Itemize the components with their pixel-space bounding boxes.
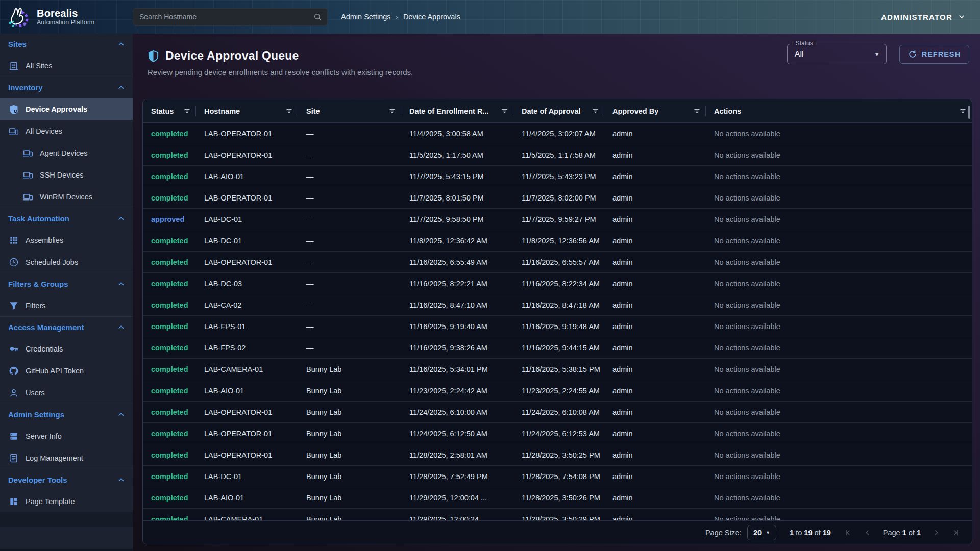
table-row[interactable]: completedLAB-DC-01—11/8/2025, 12:36:42 A… xyxy=(143,230,972,252)
sidebar-section-header[interactable]: Admin Settings xyxy=(0,404,133,425)
table-row[interactable]: completedLAB-OPERATOR-01—11/5/2025, 1:17… xyxy=(143,144,972,166)
column-header-approved-by[interactable]: Approved By xyxy=(604,99,706,122)
column-header-site[interactable]: Site xyxy=(298,99,401,122)
breadcrumb-device-approvals[interactable]: Device Approvals xyxy=(403,13,460,21)
chevron-up-icon[interactable] xyxy=(117,323,126,332)
layout-icon xyxy=(9,496,19,507)
sidebar-item-all-devices[interactable]: All Devices xyxy=(0,120,133,142)
table-row[interactable]: completedLAB-AIO-01Bunny Lab11/29/2025, … xyxy=(143,487,972,509)
table-row[interactable]: completedLAB-OPERATOR-01Bunny Lab11/28/2… xyxy=(143,444,972,466)
column-filter-icon[interactable] xyxy=(384,107,396,115)
column-header-date-of-enrollment-r-[interactable]: Date of Enrollment R... xyxy=(401,99,513,122)
column-header-status[interactable]: Status xyxy=(143,99,196,122)
sidebar-section-header[interactable]: Sites xyxy=(0,34,133,55)
cell-status: completed xyxy=(143,294,196,315)
cell-actions: No actions available xyxy=(706,380,972,401)
column-header-actions[interactable]: Actions xyxy=(706,99,972,122)
sidebar-item-label: Scheduled Jobs xyxy=(26,258,78,266)
sidebar-item-log-management[interactable]: Log Management xyxy=(0,447,133,469)
table-row[interactable]: completedLAB-CAMERA-01Bunny Lab11/16/202… xyxy=(143,359,972,380)
breadcrumb-admin-settings[interactable]: Admin Settings xyxy=(341,13,391,21)
cell-approved: 11/28/2025, 7:54:08 PM xyxy=(513,466,604,487)
cell-status: completed xyxy=(143,316,196,337)
sidebar-item-label: Device Approvals xyxy=(26,105,87,113)
table-row[interactable]: completedLAB-OPERATOR-01Bunny Lab11/24/2… xyxy=(143,402,972,423)
sidebar-item-scheduled-jobs[interactable]: Scheduled Jobs xyxy=(0,251,133,273)
sidebar-item-agent-devices[interactable]: Agent Devices xyxy=(0,142,133,164)
table-row[interactable]: completedLAB-OPERATOR-01—11/7/2025, 8:01… xyxy=(143,187,972,209)
cell-enrolled: 11/16/2025, 8:22:21 AM xyxy=(401,273,513,294)
user-menu[interactable]: ADMINISTRATOR xyxy=(881,13,966,21)
page-size-select[interactable]: 20 ▼ xyxy=(747,525,776,540)
sidebar-section-header[interactable]: Access Management xyxy=(0,317,133,338)
brand[interactable]: Borealis Automation Platform xyxy=(0,4,133,30)
table-row[interactable]: completedLAB-AIO-01—11/7/2025, 5:43:15 P… xyxy=(143,166,972,187)
sidebar-item-ssh-devices[interactable]: SSH Devices xyxy=(0,164,133,186)
cell-approved: 11/16/2025, 8:22:34 AM xyxy=(513,273,604,294)
table-row[interactable]: completedLAB-FPS-02—11/16/2025, 9:38:26 … xyxy=(143,337,972,359)
clock-icon xyxy=(9,257,19,267)
table-row[interactable]: completedLAB-OPERATOR-01—11/4/2025, 3:00… xyxy=(143,123,972,144)
next-page-button[interactable] xyxy=(932,529,940,537)
chevron-up-icon[interactable] xyxy=(117,410,126,419)
table-row[interactable]: completedLAB-FPS-01—11/16/2025, 9:19:40 … xyxy=(143,316,972,337)
chevron-up-icon[interactable] xyxy=(117,280,126,288)
table-row[interactable]: completedLAB-OPERATOR-01Bunny Lab11/24/2… xyxy=(143,423,972,444)
previous-page-button[interactable] xyxy=(864,529,872,537)
cell-hostname: LAB-OPERATOR-01 xyxy=(196,144,298,165)
sidebar-section-header[interactable]: Developer Tools xyxy=(0,469,133,490)
cell-approved: 11/16/2025, 9:19:48 AM xyxy=(513,316,604,337)
column-filter-icon[interactable] xyxy=(281,107,293,115)
cell-status: completed xyxy=(143,230,196,251)
search-icon[interactable] xyxy=(313,13,322,21)
chevron-up-icon[interactable] xyxy=(117,214,126,223)
sidebar-section-header[interactable]: Inventory xyxy=(0,77,133,98)
sidebar-item-label: GitHub API Token xyxy=(26,367,84,375)
cell-enrolled: 11/23/2025, 2:24:42 AM xyxy=(401,380,513,401)
column-header-date-of-approval[interactable]: Date of Approval xyxy=(513,99,604,122)
sidebar-section-header[interactable]: Task Automation xyxy=(0,208,133,229)
table-row[interactable]: approvedLAB-DC-01—11/7/2025, 9:58:50 PM1… xyxy=(143,209,972,230)
cell-approved: 11/23/2025, 2:24:55 AM xyxy=(513,380,604,401)
table-row[interactable]: completedLAB-CAMERA-01Bunny Lab11/29/202… xyxy=(143,509,972,520)
sidebar-section-label: Inventory xyxy=(8,83,43,92)
status-filter-select[interactable]: Status All ▼ xyxy=(787,44,887,64)
column-filter-icon[interactable] xyxy=(587,107,599,115)
sidebar-item-users[interactable]: Users xyxy=(0,382,133,404)
table-row[interactable]: completedLAB-CA-02—11/16/2025, 8:47:10 A… xyxy=(143,294,972,316)
sidebar-item-server-info[interactable]: Server Info xyxy=(0,425,133,447)
sidebar-item-assemblies[interactable]: Assemblies xyxy=(0,229,133,251)
sidebar-item-credentials[interactable]: Credentials xyxy=(0,338,133,360)
sidebar-section-header[interactable]: Filters & Groups xyxy=(0,273,133,294)
first-page-button[interactable] xyxy=(844,529,852,537)
cell-approved_by: admin xyxy=(604,273,706,294)
sidebar-item-page-template[interactable]: Page Template xyxy=(0,490,133,512)
search-input[interactable] xyxy=(139,13,313,21)
sidebar-item-github-api-token[interactable]: GitHub API Token xyxy=(0,360,133,382)
devices-icon xyxy=(23,192,33,202)
column-filter-icon[interactable] xyxy=(955,107,967,115)
sidebar-footer xyxy=(0,527,133,551)
chevron-up-icon[interactable] xyxy=(117,40,126,48)
refresh-button[interactable]: REFRESH xyxy=(899,45,969,64)
sidebar-item-all-sites[interactable]: All Sites xyxy=(0,55,133,77)
table-row[interactable]: completedLAB-DC-01Bunny Lab11/28/2025, 7… xyxy=(143,466,972,487)
sidebar-item-device-approvals[interactable]: Device Approvals xyxy=(0,98,133,120)
scrollbar-thumb[interactable] xyxy=(968,106,970,119)
column-filter-icon[interactable] xyxy=(497,107,508,115)
table-row[interactable]: completedLAB-OPERATOR-01—11/16/2025, 6:5… xyxy=(143,252,972,273)
column-header-hostname[interactable]: Hostname xyxy=(196,99,298,122)
chevron-up-icon[interactable] xyxy=(117,83,126,92)
table-row[interactable]: completedLAB-DC-03—11/16/2025, 8:22:21 A… xyxy=(143,273,972,294)
last-page-button[interactable] xyxy=(951,529,960,537)
pager: Page 1 of 1 xyxy=(844,529,960,537)
column-filter-icon[interactable] xyxy=(689,107,701,115)
sidebar-item-filters[interactable]: Filters xyxy=(0,294,133,316)
chevron-up-icon[interactable] xyxy=(117,475,126,484)
cell-actions: No actions available xyxy=(706,144,972,165)
table-row[interactable]: completedLAB-AIO-01Bunny Lab11/23/2025, … xyxy=(143,380,972,402)
hostname-search[interactable] xyxy=(133,8,328,26)
cell-approved: 11/24/2025, 6:10:08 AM xyxy=(513,402,604,422)
column-filter-icon[interactable] xyxy=(179,107,191,115)
sidebar-item-winrm-devices[interactable]: WinRM Devices xyxy=(0,186,133,208)
